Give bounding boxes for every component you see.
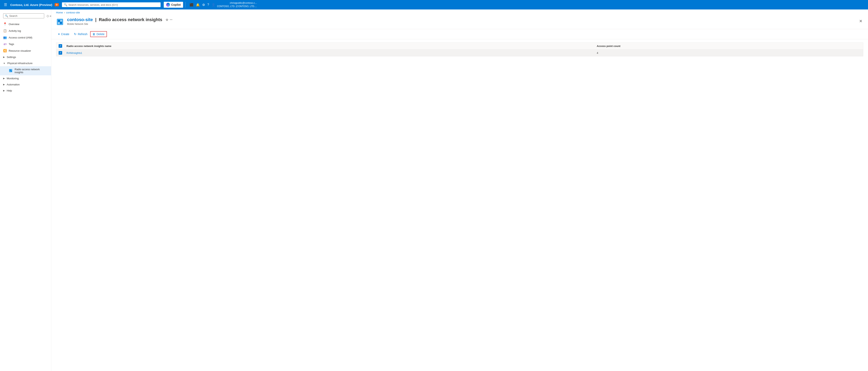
sidebar-item-ran-insights[interactable]: Radio access network insights xyxy=(0,66,51,75)
main-panel: Home › contoso-site contoso-site | Radi xyxy=(51,9,868,371)
svg-rect-6 xyxy=(58,22,60,24)
breadcrumb-separator: › xyxy=(64,11,65,14)
sidebar-item-label: Radio access network insights xyxy=(14,68,48,74)
row-name-link[interactable]: RANInsights1 xyxy=(66,52,82,55)
page-title-area: contoso-site | Radio access network insi… xyxy=(67,17,863,26)
topbar-icons: ⬛ 🔔 ⚙ ? 👤 xyxy=(190,3,215,7)
search-icon: 🔍 xyxy=(64,3,67,6)
page-title: contoso-site | Radio access network insi… xyxy=(67,17,863,22)
refresh-label: Refresh xyxy=(78,33,87,36)
sidebar-search-input[interactable] xyxy=(9,14,42,18)
sidebar-item-label: Access control (IAM) xyxy=(9,36,48,39)
settings-icon[interactable]: ⚙ xyxy=(202,3,205,7)
copilot-label: Copilot xyxy=(171,3,181,6)
refresh-icon: ↻ xyxy=(74,32,76,36)
select-all-checkbox[interactable]: ✓ xyxy=(59,44,62,48)
sidebar-item-automation[interactable]: ▶ Automation xyxy=(0,82,51,88)
topbar-search-input[interactable] xyxy=(68,3,159,6)
sidebar-search-container: 🔍 xyxy=(3,13,44,18)
favorite-icon[interactable]: ☆ xyxy=(165,18,168,22)
delete-label: Delete xyxy=(96,33,104,36)
hamburger-button[interactable]: ☰ xyxy=(2,2,9,8)
delete-icon: 🗑 xyxy=(93,33,95,36)
sidebar-item-monitoring[interactable]: ▶ Monitoring xyxy=(0,75,51,82)
svg-rect-0 xyxy=(9,69,12,72)
sidebar-item-label: Monitoring xyxy=(7,77,48,80)
access-control-icon: 👥 xyxy=(3,36,7,39)
topbar-badge: ⚙ xyxy=(55,3,59,6)
refresh-button[interactable]: ↻ Refresh xyxy=(72,31,89,37)
more-options-icon[interactable]: ··· xyxy=(170,18,173,22)
sidebar-item-physical-infrastructure[interactable]: ▼ Physical infrastructure xyxy=(0,60,51,66)
col-count-header: Access point count xyxy=(597,44,861,48)
svg-rect-2 xyxy=(11,71,12,71)
create-label: Create xyxy=(61,33,69,36)
expand-icon: ▶ xyxy=(3,83,5,86)
sidebar-filter-button[interactable]: ◇ xyxy=(46,14,49,18)
tags-icon: 🏷 xyxy=(3,42,7,46)
resource-name: contoso-site xyxy=(67,17,93,22)
toolbar: + Create ↻ Refresh 🗑 Delete xyxy=(51,29,868,39)
sidebar-item-label: Physical infrastructure xyxy=(7,62,48,65)
svg-rect-3 xyxy=(57,19,63,25)
title-separator: | xyxy=(95,17,96,22)
activity-log-icon: 📋 xyxy=(3,29,7,33)
topbar-title: Contoso, Ltd. Azure (Preview) xyxy=(10,3,52,6)
sidebar-item-resource-visualizer[interactable]: 🔀 Resource visualizer xyxy=(0,47,51,54)
page-name: Radio access network insights xyxy=(99,17,162,22)
help-icon[interactable]: ? xyxy=(207,3,209,6)
row-name-cell: RANInsights1 xyxy=(66,52,594,55)
checkbox-check-icon: ✓ xyxy=(59,44,61,47)
sidebar-item-access-control[interactable]: 👥 Access control (IAM) xyxy=(0,34,51,41)
create-button[interactable]: + Create xyxy=(56,31,71,37)
table-area: ✓ Radio access network insights name Acc… xyxy=(51,39,868,60)
sidebar-search-icon: 🔍 xyxy=(5,14,8,18)
page-subtitle: Mobile Network Site xyxy=(67,23,863,26)
expand-icon: ▶ xyxy=(3,89,5,92)
create-icon: + xyxy=(58,32,60,36)
sidebar-collapse-button[interactable]: « xyxy=(50,14,51,18)
resource-visualizer-icon: 🔀 xyxy=(3,49,7,53)
sidebar-item-label: Activity log xyxy=(9,29,48,32)
profile-icon[interactable]: 👤 xyxy=(212,3,215,7)
svg-rect-4 xyxy=(58,20,60,22)
sidebar-item-overview[interactable]: 📍 Overview xyxy=(0,21,51,27)
user-email: chrisqpublic@contoso.c... xyxy=(217,1,257,5)
close-button[interactable]: ✕ xyxy=(858,18,863,24)
row-checkbox: ✓ xyxy=(59,51,64,55)
col-name-header: Radio access network insights name xyxy=(66,44,594,48)
delete-button[interactable]: 🗑 Delete xyxy=(90,31,107,37)
sidebar-item-label: Resource visualizer xyxy=(9,49,48,52)
copilot-orb-icon xyxy=(166,3,170,7)
table-header-checkbox: ✓ xyxy=(59,44,64,48)
sidebar-item-label: Settings xyxy=(7,56,48,59)
copilot-button[interactable]: Copilot xyxy=(164,2,183,8)
svg-rect-7 xyxy=(60,20,62,22)
svg-rect-1 xyxy=(10,70,11,71)
content-wrap: 🔍 ◇ « 📍 Overview 📋 Activity log 👥 Access… xyxy=(0,9,868,371)
topbar-search-container: 🔍 xyxy=(62,2,161,7)
expand-icon: ▶ xyxy=(3,77,5,80)
row-select-checkbox[interactable]: ✓ xyxy=(59,51,62,55)
user-tenant: CONTOSO, LTD. (CONTOSO, LTD.... xyxy=(217,5,257,8)
breadcrumb: Home › contoso-site xyxy=(51,9,868,16)
breadcrumb-site[interactable]: contoso-site xyxy=(66,11,80,14)
sidebar-item-label: Overview xyxy=(9,23,48,26)
sidebar-item-label: Tags xyxy=(9,42,48,45)
svg-rect-5 xyxy=(60,22,62,24)
row-count-cell: 4 xyxy=(597,52,861,55)
breadcrumb-home[interactable]: Home xyxy=(56,11,63,14)
topbar-divider xyxy=(185,2,186,7)
sidebar-item-tags[interactable]: 🏷 Tags xyxy=(0,41,51,47)
sidebar-item-settings[interactable]: ▶ Settings xyxy=(0,54,51,60)
checkbox-check-icon: ✓ xyxy=(59,52,61,54)
sidebar-item-help[interactable]: ▶ Help xyxy=(0,88,51,94)
notifications-icon[interactable]: 🔔 xyxy=(196,3,200,7)
expand-icon: ▶ xyxy=(3,56,5,58)
topbar-user[interactable]: chrisqpublic@contoso.c... CONTOSO, LTD. … xyxy=(217,1,257,8)
sidebar-item-activity-log[interactable]: 📋 Activity log xyxy=(0,27,51,34)
table-header-row: ✓ Radio access network insights name Acc… xyxy=(56,42,863,50)
topbar: ☰ Contoso, Ltd. Azure (Preview) ⚙ 🔍 Copi… xyxy=(0,0,868,9)
terminal-icon[interactable]: ⬛ xyxy=(190,3,193,7)
sidebar: 🔍 ◇ « 📍 Overview 📋 Activity log 👥 Access… xyxy=(0,9,51,371)
